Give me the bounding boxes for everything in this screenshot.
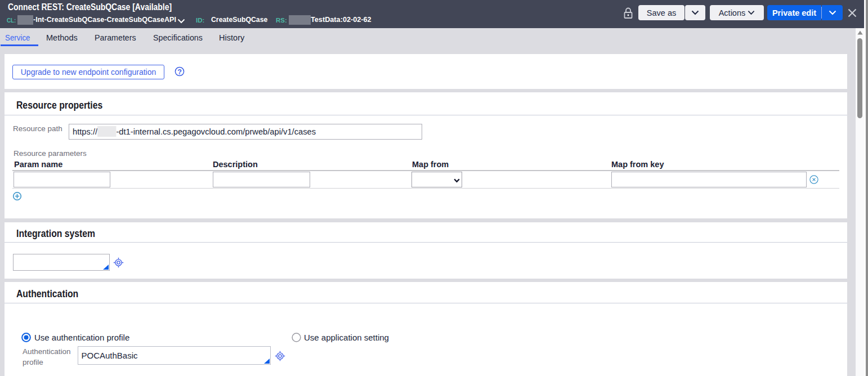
svg-text:?: ?: [177, 68, 182, 76]
